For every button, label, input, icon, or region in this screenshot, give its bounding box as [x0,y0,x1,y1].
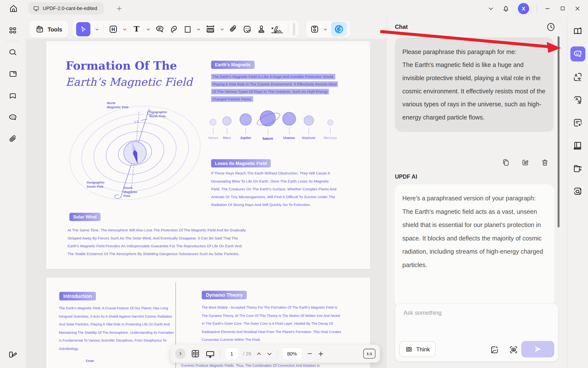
next-page-button[interactable] [267,351,272,357]
signature-tool-button[interactable] [271,24,283,34]
toolbar-scroll-indicator[interactable] [293,23,295,36]
sidebar-item-ai-chat[interactable] [570,46,585,61]
actual-size-button[interactable]: 1:1 [363,349,375,358]
save-button[interactable] [310,24,319,34]
planet-mercury: Mercury [324,110,337,140]
delete-icon[interactable] [541,159,549,167]
expand-bar-button[interactable] [175,348,186,359]
chevron-right-icon [178,351,182,356]
plus-icon [317,350,324,357]
sidebar-item-signature-pen[interactable] [5,347,20,362]
document-tab[interactable]: UPDF-2.0-cant-be-edited [29,2,104,15]
translate-box-icon: A文 [573,95,583,105]
planet-circle [240,114,252,126]
page-layout-button[interactable] [191,349,200,358]
measure-tool-button[interactable] [205,24,215,34]
sidebar-item-reader[interactable] [570,138,585,153]
chat-input[interactable] [403,309,517,317]
new-tab-button[interactable] [114,4,124,13]
bar-divider [220,349,221,358]
planet-jupiter: Jupiter [240,110,252,140]
app-window: UPDF-2.0-cant-be-edited X [0,0,588,368]
measure-tool-dropdown[interactable] [220,27,224,31]
ai-responder-label: UPDF AI [395,173,417,180]
label-geographic-south-pole: Geographic South Pole [87,181,104,189]
planet-label: Saturn [262,137,273,141]
attach-tool-button[interactable] [229,25,238,34]
highlighted-paragraph[interactable]: The Earth's Magnetic Field Is Like A Hug… [211,73,346,103]
comment-lines-icon [155,24,165,34]
shape-tool-dropdown[interactable] [196,27,201,31]
close-button[interactable] [570,2,585,15]
comment-tool-button[interactable] [155,24,165,34]
previous-page-button[interactable] [256,351,262,357]
select-tool-button[interactable] [76,22,90,36]
page-number-input[interactable]: 1 [225,348,238,360]
collapse-toolbar-button[interactable] [483,2,498,15]
send-button[interactable] [521,341,554,357]
save-dropdown[interactable] [323,27,327,31]
presentation-button[interactable] [205,349,215,359]
screenshot-icon[interactable] [509,345,518,354]
minimize-button[interactable] [540,2,555,15]
notifications-button[interactable] [498,2,513,15]
sidebar-item-translate-page[interactable]: A文 [570,92,585,107]
sidebar-item-ai-search[interactable] [570,184,585,198]
section-badge-dynamo-theory: Dynamo Theory [202,291,247,299]
text-tool-button[interactable]: T [131,24,142,34]
chevron-down-icon [196,27,201,31]
two-page-view-icon [191,349,200,358]
planet-circle [210,119,216,126]
book-sparkle-icon [573,26,583,36]
copy-icon[interactable] [502,159,510,167]
planet-label: Mars [223,136,231,140]
planet-label: Jupiter [240,136,251,140]
chat-panel: Chat Please paraphrase this paragraph fo… [386,17,567,368]
sidebar-item-ai-read[interactable] [570,24,585,39]
document-viewport[interactable]: Formation Of The Earth’s Magnetic Field … [25,39,386,368]
text-tool-dropdown[interactable] [146,27,150,31]
sticker-tool-button[interactable] [242,24,252,34]
sidebar-item-ai-files[interactable] [570,161,585,176]
maximize-button[interactable] [555,2,570,15]
shape-tool-button[interactable] [183,25,192,33]
tools-button[interactable]: Tools [29,21,68,38]
think-toggle-button[interactable]: Think [399,341,436,357]
planet-tick [268,129,268,135]
avatar[interactable]: X [518,3,529,14]
planet-circle [282,112,296,125]
planet-label: Mercury [324,136,337,140]
sidebar-item-search[interactable] [5,45,20,60]
zoom-out-button[interactable] [307,351,313,357]
titlebar-divider [537,4,537,13]
planet-circle [260,110,275,126]
heading-tool-button[interactable]: H [108,24,118,34]
zoom-in-button[interactable] [317,350,324,357]
home-button[interactable] [8,2,20,14]
select-tool-dropdown[interactable] [95,27,99,31]
sidebar-item-ai-summary[interactable] [570,115,585,130]
sidebar-item-thumbnails[interactable] [5,23,20,38]
sidebar-item-bookmarks[interactable] [5,88,20,103]
insert-image-icon[interactable] [490,345,499,354]
sidebar-item-attachments[interactable] [5,132,20,147]
heading-tool-dropdown[interactable] [123,27,127,31]
solar-wind-paragraph: At The Same Time, The Atmosphere Will Al… [68,226,262,258]
zoom-level-input[interactable]: 80% [282,348,302,360]
stamp-tool-button[interactable] [257,24,266,34]
page-total-label: / 29 [243,351,251,357]
planet-label: Neptune [302,136,315,140]
sidebar-item-translate[interactable]: A文 [570,69,585,84]
pen-tool-button[interactable] [169,24,179,34]
edit-icon[interactable] [521,159,530,167]
chat-history-button[interactable] [546,22,556,32]
sidebar-divider [6,41,19,41]
sidebar-item-comments[interactable] [5,110,20,125]
svg-text:文: 文 [577,77,581,81]
sidebar-item-pages[interactable] [5,67,20,82]
chat-scrollbar[interactable] [558,36,560,227]
folder-sparkle-icon [573,163,583,173]
ai-assistant-button[interactable] [331,22,347,37]
planet-saturn: Saturn [260,110,275,141]
planet-tick [330,128,330,135]
